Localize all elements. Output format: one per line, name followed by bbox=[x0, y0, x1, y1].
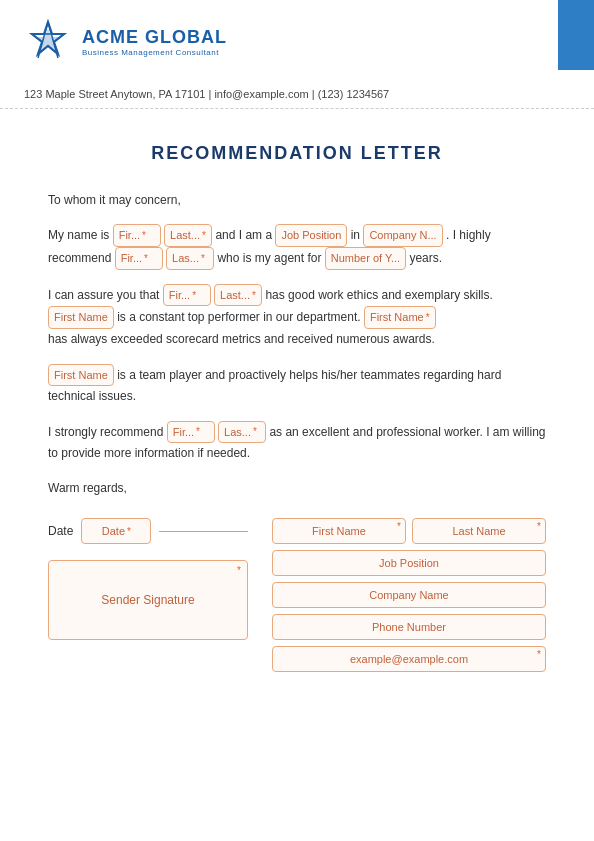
para1-text-1: My name is bbox=[48, 228, 113, 242]
field-last-name-2[interactable]: Las...* bbox=[166, 247, 214, 270]
field-first-name-1[interactable]: Fir...* bbox=[113, 224, 161, 247]
para3-text: is a team player and proactively helps h… bbox=[48, 367, 501, 403]
field-last-name-3[interactable]: Last...* bbox=[214, 284, 262, 307]
field-last-name-1[interactable]: Last...* bbox=[164, 224, 212, 247]
field-last-name-5[interactable]: Las...* bbox=[218, 421, 266, 444]
field-first-name-4a[interactable]: First Name bbox=[48, 306, 114, 329]
field-sender-job-position[interactable]: Job Position bbox=[272, 550, 546, 576]
signature-required: * bbox=[237, 565, 241, 576]
para1-text-in: in bbox=[351, 228, 364, 242]
contact-bar: 123 Maple Street Anytown, PA 17101 | inf… bbox=[0, 80, 594, 109]
paragraph-1: My name is Fir...* Last...* and I am a J… bbox=[48, 224, 546, 269]
closing: Warm regards, bbox=[48, 478, 546, 498]
field-first-name-2[interactable]: Fir...* bbox=[115, 247, 163, 270]
date-line bbox=[159, 531, 248, 532]
date-row: Date Date* bbox=[48, 518, 248, 544]
logo-subtitle: Business Management Consultant bbox=[82, 48, 227, 57]
field-sender-last-name[interactable]: Last Name * bbox=[412, 518, 546, 544]
right-col: First Name * Last Name * Job Position Co… bbox=[272, 518, 546, 672]
field-first-name-5a[interactable]: First Name bbox=[48, 364, 114, 387]
field-sender-email[interactable]: example@example.com * bbox=[272, 646, 546, 672]
logo-area: ACME GLOBAL Business Management Consulta… bbox=[24, 18, 227, 66]
para2-text-3: is a constant top performer in our depar… bbox=[117, 310, 364, 324]
field-first-name-5[interactable]: Fir...* bbox=[167, 421, 215, 444]
para2-text-2: has good work ethics and exemplary skill… bbox=[265, 287, 492, 301]
field-job-position-inline[interactable]: Job Position bbox=[275, 224, 347, 247]
para1-text-5: years. bbox=[409, 251, 442, 265]
logo-text-area: ACME GLOBAL Business Management Consulta… bbox=[82, 27, 227, 57]
name-row: First Name * Last Name * bbox=[272, 518, 546, 544]
para1-text-4: who is my agent for bbox=[217, 251, 324, 265]
header: ACME GLOBAL Business Management Consulta… bbox=[0, 0, 594, 80]
field-date[interactable]: Date* bbox=[81, 518, 151, 544]
para4-text-1: I strongly recommend bbox=[48, 424, 167, 438]
field-sender-company-name[interactable]: Company Name bbox=[272, 582, 546, 608]
header-blue-bar bbox=[558, 0, 594, 70]
logo-icon bbox=[24, 18, 72, 66]
field-first-name-4b[interactable]: First Name* bbox=[364, 306, 436, 329]
paragraph-3: First Name is a team player and proactiv… bbox=[48, 364, 546, 407]
main-content: RECOMMENDATION LETTER To whom it may con… bbox=[0, 115, 594, 696]
field-number-of-years[interactable]: Number of Y... bbox=[325, 247, 406, 270]
doc-title: RECOMMENDATION LETTER bbox=[48, 143, 546, 164]
para1-text-2: and I am a bbox=[215, 228, 275, 242]
date-label: Date bbox=[48, 524, 73, 538]
signature-box[interactable]: Sender Signature * bbox=[48, 560, 248, 640]
field-first-name-3[interactable]: Fir...* bbox=[163, 284, 211, 307]
para2-text-1: I can assure you that bbox=[48, 287, 163, 301]
bottom-section: Date Date* Sender Signature * First Name… bbox=[48, 518, 546, 672]
paragraph-4: I strongly recommend Fir...* Las...* as … bbox=[48, 421, 546, 464]
field-sender-first-name[interactable]: First Name * bbox=[272, 518, 406, 544]
signature-label: Sender Signature bbox=[101, 593, 194, 607]
paragraph-2: I can assure you that Fir...* Last...* h… bbox=[48, 284, 546, 350]
salutation: To whom it may concern, bbox=[48, 190, 546, 210]
left-col: Date Date* Sender Signature * bbox=[48, 518, 248, 672]
para2-text-4: has always exceeded scorecard metrics an… bbox=[48, 332, 435, 346]
logo-title: ACME GLOBAL bbox=[82, 27, 227, 48]
contact-text: 123 Maple Street Anytown, PA 17101 | inf… bbox=[24, 88, 389, 100]
field-sender-phone[interactable]: Phone Number bbox=[272, 614, 546, 640]
field-company-name-inline[interactable]: Company N... bbox=[363, 224, 442, 247]
